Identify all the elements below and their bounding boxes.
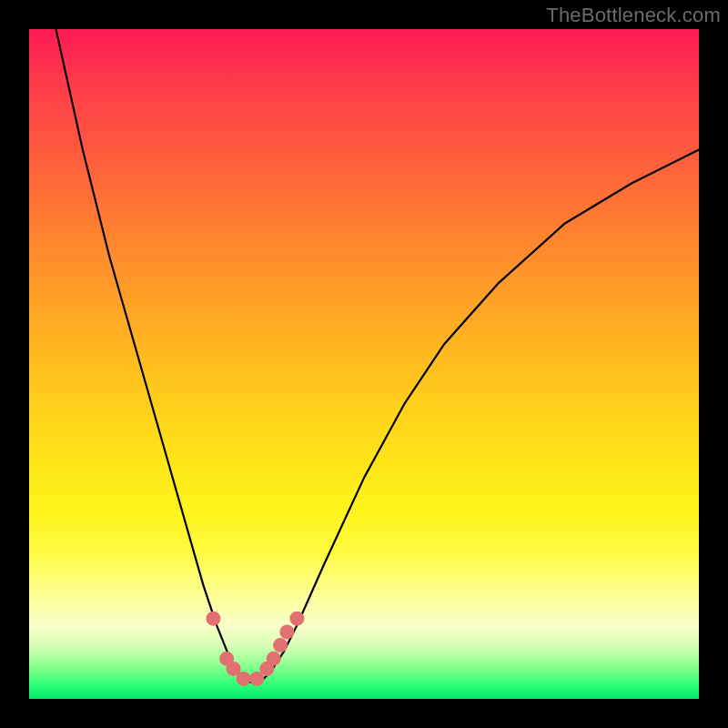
marker-dot — [289, 612, 304, 626]
plot-area — [29, 29, 699, 699]
marker-group — [206, 612, 304, 686]
marker-dot — [267, 652, 281, 666]
chart-frame: TheBottleneck.com — [0, 0, 728, 728]
watermark-text: TheBottleneck.com — [546, 4, 721, 27]
marker-dot — [206, 612, 220, 626]
bottleneck-curve-path — [56, 29, 699, 682]
marker-dot — [279, 624, 294, 639]
curve-group — [56, 29, 699, 682]
marker-dot — [237, 672, 251, 686]
marker-dot — [273, 638, 288, 652]
chart-svg — [29, 29, 699, 699]
